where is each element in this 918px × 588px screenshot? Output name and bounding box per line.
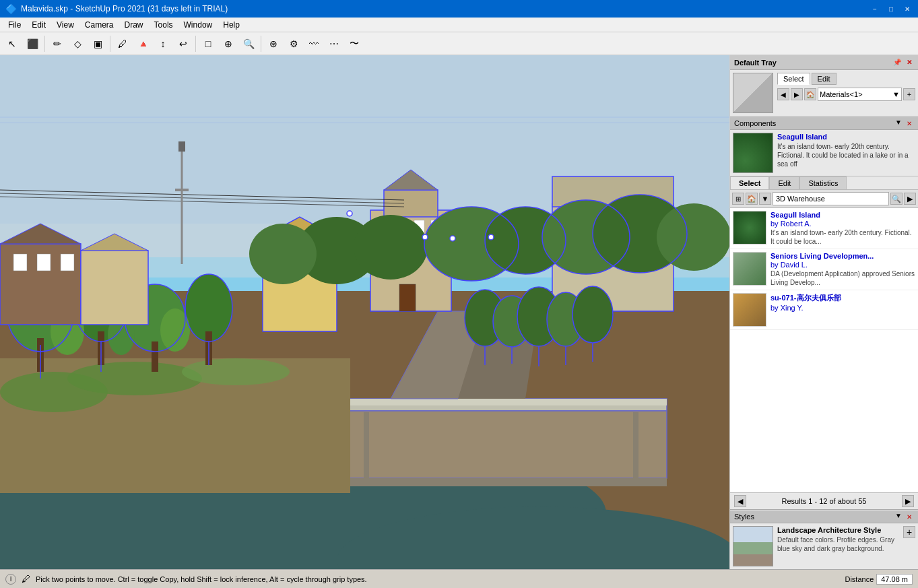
comp-list-author-1: by David L.: [771, 261, 915, 269]
toolbar-button-5[interactable]: 🖊: [113, 34, 132, 53]
comp-warehouse-dropdown[interactable]: 3D Warehouse: [773, 192, 889, 205]
comp-list-name-2: su-071-高尔夫俱乐部: [771, 293, 915, 303]
materials-nav[interactable]: ◀ ▶ 🏠 Materials<1> ▼ +: [777, 88, 915, 101]
svg-rect-8: [343, 478, 667, 486]
tray-controls[interactable]: 📌 ✕: [892, 58, 914, 67]
menu-item-file[interactable]: File: [3, 19, 26, 31]
svg-point-16: [67, 362, 202, 395]
viewport[interactable]: [0, 55, 729, 569]
pagination-prev-button[interactable]: ◀: [734, 495, 746, 507]
menubar: FileEditViewCameraDrawToolsWindowHelp: [0, 18, 918, 32]
status-left: i 🖊 Pick two points to move. Ctrl = togg…: [5, 574, 367, 585]
status-info-icon[interactable]: i: [5, 574, 16, 585]
component-list-item-2[interactable]: su-071-高尔夫俱乐部 by Xing Y.: [730, 290, 918, 330]
materials-back-button[interactable]: ◀: [777, 88, 789, 100]
distance-value[interactable]: 47.08 m: [876, 574, 913, 585]
svg-rect-23: [152, 341, 158, 372]
materials-preview-thumbnail: [733, 73, 773, 113]
svg-rect-60: [37, 254, 51, 271]
toolbar-separator-2: [44, 36, 45, 52]
components-tabs[interactable]: Select Edit Statistics: [730, 176, 918, 190]
components-section-header[interactable]: Components ▼ ✕: [730, 117, 918, 130]
pagination-next-button[interactable]: ▶: [902, 495, 914, 507]
materials-edit-tab[interactable]: Edit: [812, 73, 837, 85]
menu-item-view[interactable]: View: [51, 19, 79, 31]
style-add-button[interactable]: +: [903, 526, 915, 538]
components-toggle-icon[interactable]: ▼: [895, 119, 902, 128]
comp-list-thumb-0: [733, 211, 766, 244]
toolbar-button-12[interactable]: ⊛: [264, 34, 283, 53]
styles-close-button[interactable]: ✕: [905, 512, 914, 521]
tray-close-button[interactable]: ✕: [905, 58, 914, 67]
components-pagination: ◀ Results 1 - 12 of about 55 ▶: [730, 492, 918, 509]
component-list-item-1[interactable]: Seniors Living Developmen... by David L.…: [730, 249, 918, 290]
components-search-bar: ⊞ 🏠 ▼ 3D Warehouse 🔍 ▶: [730, 190, 918, 208]
toolbar-button-16[interactable]: 〜: [345, 34, 364, 53]
comp-dropdown-arrow-button[interactable]: ▼: [759, 193, 771, 205]
styles-header-controls[interactable]: ▼ ✕: [895, 512, 914, 521]
component-list-item-0[interactable]: Seagull Island by Robert A. It's an isla…: [730, 208, 918, 249]
materials-select-tab[interactable]: Select: [777, 73, 810, 85]
menu-item-window[interactable]: Window: [178, 19, 218, 31]
materials-home-button[interactable]: 🏠: [804, 88, 816, 100]
comp-tab-select[interactable]: Select: [730, 176, 769, 189]
toolbar-button-15[interactable]: ⋯: [325, 34, 343, 53]
close-button[interactable]: ✕: [902, 3, 913, 14]
tray-pin-button[interactable]: 📌: [892, 58, 902, 67]
materials-section: Select Edit ◀ ▶ 🏠 Materials<1> ▼ +: [730, 70, 918, 117]
styles-toggle-icon[interactable]: ▼: [895, 512, 902, 521]
styles-section-header[interactable]: Styles ▼ ✕: [730, 510, 918, 523]
svg-point-71: [354, 215, 428, 280]
toolbar-button-8[interactable]: ↩: [174, 34, 193, 53]
svg-point-101: [422, 234, 428, 240]
comp-tab-edit[interactable]: Edit: [769, 176, 799, 189]
window-controls[interactable]: − □ ✕: [870, 3, 913, 14]
comp-search-button[interactable]: 🔍: [890, 193, 903, 205]
materials-dropdown[interactable]: Materials<1> ▼: [818, 88, 902, 101]
toolbar-button-7[interactable]: ↕: [154, 34, 172, 53]
right-panel: Default Tray 📌 ✕ Select Edit ◀ ▶ 🏠: [729, 55, 918, 569]
comp-list-name-1: Seniors Living Developmen...: [771, 252, 915, 260]
main-area: Default Tray 📌 ✕ Select Edit ◀ ▶ 🏠: [0, 55, 918, 569]
toolbar-button-9[interactable]: □: [199, 34, 218, 53]
menu-item-camera[interactable]: Camera: [79, 19, 119, 31]
svg-rect-34: [384, 190, 438, 217]
toolbar-button-1[interactable]: ⬛: [23, 34, 42, 53]
style-detail: Landscape Architecture Style Default fac…: [730, 523, 918, 569]
svg-point-76: [657, 203, 729, 271]
components-close-button[interactable]: ✕: [905, 119, 914, 128]
maximize-button[interactable]: □: [886, 3, 896, 14]
comp-list-author-0: by Robert A.: [771, 220, 915, 228]
tray-header: Default Tray 📌 ✕: [730, 55, 918, 70]
components-header-controls[interactable]: ▼ ✕: [895, 119, 914, 128]
toolbar-button-3[interactable]: ◇: [68, 34, 87, 53]
comp-home-button[interactable]: 🏠: [746, 193, 758, 205]
style-name: Landscape Architecture Style: [777, 526, 899, 534]
component-detail: Seagull Island It's an island town- earl…: [730, 130, 918, 176]
menu-item-help[interactable]: Help: [218, 19, 245, 31]
comp-list-info-0: Seagull Island by Robert A. It's an isla…: [771, 211, 915, 246]
menu-item-tools[interactable]: Tools: [149, 19, 178, 31]
menu-item-draw[interactable]: Draw: [119, 19, 149, 31]
menu-item-edit[interactable]: Edit: [26, 19, 51, 31]
components-list[interactable]: Seagull Island by Robert A. It's an isla…: [730, 208, 918, 492]
materials-tabs[interactable]: Select Edit: [777, 73, 915, 85]
toolbar-button-2[interactable]: ✏: [48, 34, 67, 53]
styles-section-title: Styles: [734, 513, 754, 521]
comp-grid-button[interactable]: ⊞: [732, 193, 744, 205]
toolbar-button-14[interactable]: 〰: [304, 34, 323, 53]
minimize-button[interactable]: −: [870, 3, 880, 14]
materials-forward-button[interactable]: ▶: [791, 88, 803, 100]
toolbar-button-13[interactable]: ⚙: [284, 34, 303, 53]
comp-search-right-button[interactable]: ▶: [904, 193, 916, 205]
comp-list-desc-1: DA (Development Application) approved Se…: [771, 269, 915, 287]
materials-add-button[interactable]: +: [903, 88, 915, 100]
component-thumbnail-img: [733, 133, 773, 172]
toolbar-button-6[interactable]: 🔺: [133, 34, 152, 53]
toolbar-button-4[interactable]: ▣: [88, 34, 107, 53]
toolbar-button-11[interactable]: 🔍: [239, 34, 258, 53]
toolbar-button-10[interactable]: ⊕: [219, 34, 238, 53]
comp-tab-statistics[interactable]: Statistics: [799, 176, 847, 189]
materials-dropdown-arrow: ▼: [892, 90, 900, 98]
toolbar-button-0[interactable]: ↖: [3, 34, 22, 53]
